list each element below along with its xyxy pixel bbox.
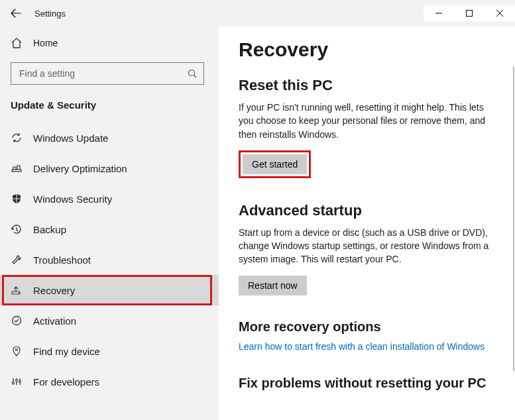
sidebar-home-label: Home [33, 38, 58, 48]
minimize-button[interactable] [424, 0, 454, 21]
wrench-icon [11, 254, 23, 266]
get-started-button[interactable]: Get started [243, 154, 307, 174]
sidebar-section-heading: Update & Security [0, 94, 219, 123]
backup-icon [11, 223, 23, 235]
section-reset-this-pc: Reset this PC If your PC isn't running w… [239, 77, 495, 178]
check-circle-icon [11, 315, 23, 327]
arrow-left-icon [11, 8, 21, 19]
more-recovery-heading: More recovery options [239, 319, 495, 335]
sidebar-item-delivery-optimization[interactable]: Delivery Optimization [0, 153, 219, 184]
svg-point-7 [13, 382, 15, 384]
sidebar-item-label: For developers [33, 376, 99, 388]
restart-now-button[interactable]: Restart now [239, 276, 307, 295]
svg-rect-0 [467, 11, 473, 17]
sidebar-item-label: Recovery [33, 285, 75, 296]
fix-problems-heading: Fix problems without resetting your PC [239, 376, 495, 391]
section-more-recovery-options: More recovery options Learn how to start… [239, 319, 495, 352]
svg-point-4 [18, 292, 19, 293]
sidebar-item-label: Find my device [33, 346, 100, 357]
sidebar: Home Update & Security Windows Update De… [0, 26, 219, 420]
search-box[interactable] [11, 62, 204, 85]
sidebar-item-label: Delivery Optimization [33, 163, 127, 174]
svg-point-5 [13, 317, 21, 325]
sidebar-item-label: Activation [33, 315, 76, 327]
scrollbar[interactable] [513, 66, 514, 371]
sidebar-item-recovery[interactable]: Recovery [0, 275, 219, 305]
sidebar-item-label: Backup [33, 224, 66, 235]
sidebar-item-label: Windows Security [33, 193, 112, 205]
svg-point-6 [16, 349, 18, 351]
caption-buttons [424, 5, 515, 21]
main-pane: Recovery Reset this PC If your PC isn't … [219, 26, 515, 420]
titlebar: Settings [0, 0, 515, 26]
close-icon [496, 10, 503, 17]
developers-icon [11, 376, 23, 388]
reset-heading: Reset this PC [239, 77, 495, 94]
location-icon [11, 345, 23, 357]
page-title: Recovery [239, 38, 495, 61]
sidebar-item-windows-security[interactable]: Windows Security [0, 184, 219, 214]
search-icon [188, 69, 197, 78]
sidebar-home[interactable]: Home [0, 29, 219, 57]
window-title: Settings [32, 9, 424, 19]
delivery-icon [11, 162, 23, 174]
close-button[interactable] [485, 0, 515, 21]
sidebar-item-label: Troubleshoot [33, 254, 91, 266]
svg-point-1 [189, 70, 195, 76]
home-icon [11, 37, 23, 49]
maximize-button[interactable] [454, 0, 485, 21]
shield-icon [11, 193, 23, 205]
advanced-heading: Advanced startup [239, 202, 495, 219]
maximize-icon [466, 10, 473, 17]
svg-rect-2 [12, 170, 21, 172]
sidebar-item-troubleshoot[interactable]: Troubleshoot [0, 244, 219, 275]
sidebar-item-windows-update[interactable]: Windows Update [0, 123, 219, 153]
reset-body: If your PC isn't running well, resetting… [239, 101, 495, 141]
sidebar-item-backup[interactable]: Backup [0, 214, 219, 244]
search-input[interactable] [18, 68, 188, 79]
sidebar-item-for-developers[interactable]: For developers [0, 366, 219, 397]
sidebar-item-label: Windows Update [33, 132, 108, 144]
recovery-icon [11, 284, 23, 296]
sidebar-item-find-my-device[interactable]: Find my device [0, 336, 219, 366]
section-advanced-startup: Advanced startup Start up from a device … [239, 202, 495, 295]
learn-fresh-install-link[interactable]: Learn how to start fresh with a clean in… [239, 341, 495, 352]
sidebar-item-activation[interactable]: Activation [0, 305, 219, 336]
refresh-icon [11, 132, 23, 144]
svg-point-8 [16, 380, 18, 382]
svg-point-9 [19, 381, 21, 383]
back-button[interactable] [0, 0, 32, 26]
advanced-body: Start up from a device or disc (such as … [239, 226, 495, 266]
highlight-get-started: Get started [239, 150, 311, 178]
minimize-icon [435, 10, 442, 17]
section-fix-problems: Fix problems without resetting your PC [239, 376, 495, 391]
